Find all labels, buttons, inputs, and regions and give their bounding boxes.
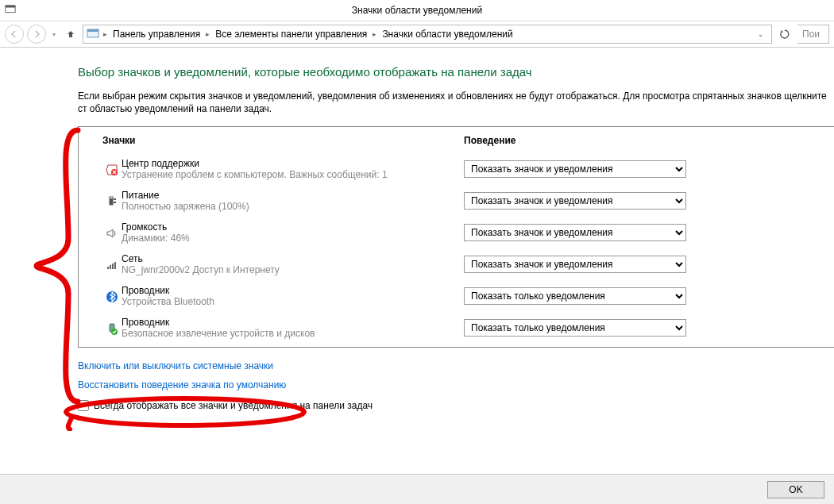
svg-rect-9 (107, 267, 109, 269)
behavior-select[interactable]: Показать значок и уведомленияПоказать то… (464, 192, 686, 210)
behavior-select[interactable]: Показать значок и уведомленияПоказать то… (464, 256, 686, 273)
item-title: Громкость (122, 221, 448, 233)
action-center-icon (102, 162, 122, 176)
list-item: Сеть NG_jwnr2000v2 Доступ к Интернету По… (79, 248, 834, 280)
restore-defaults-link[interactable]: Восстановить поведение значка по умолчан… (78, 379, 286, 391)
search-placeholder: Пои (802, 29, 820, 40)
address-dropdown-icon[interactable]: ⌄ (754, 30, 768, 38)
breadcrumb-item[interactable]: Панель управления (111, 28, 202, 40)
back-button[interactable] (5, 25, 24, 44)
behavior-select[interactable]: Показать значок и уведомленияПоказать то… (464, 224, 686, 241)
svg-rect-3 (87, 29, 98, 32)
chevron-right-icon[interactable]: ▸ (102, 30, 109, 38)
list-item: Центр поддержки Устранение проблем с ком… (79, 153, 834, 185)
item-subtitle: Полностью заряжена (100%) (122, 201, 448, 212)
content-area: Выбор значков и уведомлений, которые нео… (0, 48, 834, 411)
column-behavior-header: Поведение (464, 135, 515, 146)
chevron-right-icon[interactable]: ▸ (371, 30, 378, 38)
item-title: Питание (122, 190, 448, 201)
svg-rect-1 (6, 6, 15, 8)
behavior-select[interactable]: Показать значок и уведомленияПоказать то… (464, 160, 686, 178)
navigation-bar: ▾ ▸ Панель управления ▸ Все элементы пан… (0, 21, 834, 48)
refresh-button[interactable] (775, 25, 794, 44)
links-area: Включить или выключить системные значки … (78, 360, 834, 411)
list-item: Громкость Динамики: 46% Показать значок … (79, 217, 834, 248)
behavior-select[interactable]: Показать значок и уведомленияПоказать то… (464, 319, 686, 337)
item-title: Проводник (122, 317, 448, 328)
svg-rect-12 (114, 262, 116, 269)
icon-list-frame: Значки Поведение Центр поддержки Устране… (78, 126, 834, 348)
breadcrumb-item[interactable]: Все элементы панели управления (214, 28, 369, 40)
list-item: Питание Полностью заряжена (100%) Показа… (79, 185, 834, 217)
list-item: Проводник Устройства Bluetooth Показать … (79, 280, 834, 312)
svg-rect-6 (114, 198, 116, 200)
svg-rect-10 (110, 265, 111, 269)
list-item: Проводник Безопасное извлечение устройст… (79, 312, 834, 347)
item-title: Сеть (122, 253, 448, 264)
history-dropdown-icon[interactable]: ▾ (49, 31, 59, 38)
breadcrumb-item[interactable]: Значки области уведомлений (380, 28, 514, 40)
item-subtitle: Безопасное извлечение устройств и дисков (122, 328, 448, 339)
item-title: Центр поддержки (122, 158, 448, 169)
window-title: Значки области уведомлений (352, 5, 482, 16)
volume-icon (102, 225, 122, 240)
item-subtitle: Устранение проблем с компьютером. Важных… (122, 169, 448, 180)
control-panel-icon (87, 29, 99, 40)
power-icon (102, 194, 122, 208)
item-subtitle: Устройства Bluetooth (122, 296, 448, 307)
ok-button[interactable]: OK (767, 481, 824, 498)
svg-rect-8 (110, 198, 113, 205)
item-title: Проводник (122, 285, 448, 296)
search-input[interactable]: Пои (797, 25, 829, 44)
list-header: Значки Поведение (79, 127, 834, 153)
up-button[interactable] (62, 25, 79, 43)
item-subtitle: Динамики: 46% (122, 233, 448, 244)
safely-remove-icon (102, 321, 122, 335)
page-description: Если выбран режим скрытия значков и увед… (78, 90, 834, 115)
column-icons-header: Значки (102, 135, 464, 146)
page-heading: Выбор значков и уведомлений, которые нео… (78, 65, 834, 79)
system-icons-link[interactable]: Включить или выключить системные значки (78, 360, 273, 371)
button-bar: OK (0, 474, 834, 504)
title-bar: Значки области уведомлений (0, 0, 834, 21)
always-show-checkbox[interactable] (78, 400, 89, 411)
address-bar[interactable]: ▸ Панель управления ▸ Все элементы панел… (83, 25, 772, 44)
chevron-right-icon[interactable]: ▸ (204, 30, 211, 38)
system-menu-icon[interactable] (5, 5, 16, 16)
always-show-label: Всегда отображать все значки и уведомлен… (94, 400, 373, 411)
behavior-select[interactable]: Показать значок и уведомленияПоказать то… (464, 287, 686, 305)
svg-rect-11 (112, 264, 114, 269)
forward-button[interactable] (27, 25, 46, 44)
svg-rect-7 (114, 202, 116, 203)
bluetooth-icon (102, 289, 122, 303)
network-icon (102, 257, 122, 271)
item-subtitle: NG_jwnr2000v2 Доступ к Интернету (122, 264, 448, 275)
